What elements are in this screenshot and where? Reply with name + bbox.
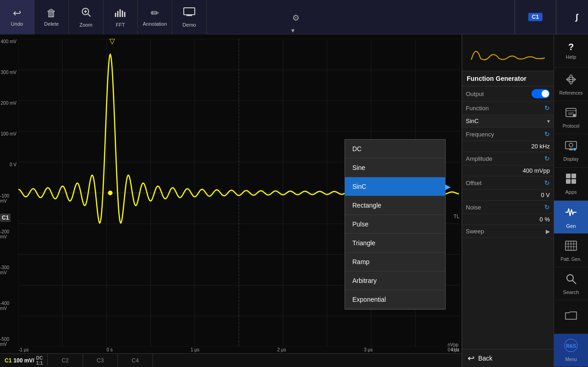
apps-icon (565, 173, 577, 187)
fft-label: FFT (116, 22, 125, 28)
frequency-value-row[interactable]: 20 kHz (462, 141, 554, 152)
sidebar-item-gen[interactable]: Gen (554, 201, 588, 234)
delete-button[interactable]: 🗑 Delete (34, 0, 69, 34)
offset-value: 0 V (541, 192, 550, 198)
ch1-indicator[interactable]: C1 100 mV/ DC1:1 (0, 354, 48, 367)
amplitude-value-row[interactable]: 400 mVpp (462, 165, 554, 176)
sidebar-item-display[interactable]: Display (554, 134, 588, 167)
zoom-label: Zoom (79, 22, 92, 28)
offset-refresh-icon[interactable]: ↻ (544, 179, 550, 186)
amplitude-value: 400 mVpp (523, 167, 550, 174)
ch2-indicator[interactable]: C2 (48, 354, 83, 367)
function-dropdown-arrow: ▾ (547, 118, 550, 124)
output-label: Output (466, 90, 484, 97)
nmvpp-label: nVpp 0 kHz (447, 342, 459, 352)
frequency-refresh-icon[interactable]: ↻ (544, 130, 550, 138)
sidebar-gen-label: Gen (566, 223, 576, 229)
back-icon: ↩ (468, 353, 475, 363)
svg-point-20 (569, 143, 573, 147)
svg-rect-7 (122, 11, 123, 17)
y-label-200mv: 200 mV (1, 101, 17, 106)
sidebar-item-help[interactable]: ? Help (554, 34, 588, 68)
noise-refresh-icon[interactable]: ↻ (544, 203, 550, 211)
settings-gear-icon[interactable]: ⚙ (292, 13, 300, 23)
frequency-row[interactable]: Frequency ↻ (462, 128, 554, 141)
gen-icon (565, 206, 577, 221)
channel-selector[interactable]: C1 (515, 0, 556, 34)
output-toggle[interactable] (531, 89, 550, 98)
noise-value-row[interactable]: 0 % (462, 214, 554, 225)
sidebar-display-label: Display (564, 157, 579, 162)
delete-label: Delete (44, 21, 59, 27)
y-label-0v: 0 V (10, 162, 17, 167)
amplitude-row[interactable]: Amplitude ↻ (462, 152, 554, 165)
sidebar-item-protocol[interactable]: Protocol (554, 101, 588, 134)
svg-rect-23 (566, 174, 571, 178)
noise-row[interactable]: Noise ↻ (462, 201, 554, 214)
undo-button[interactable]: ↩ Undo (0, 0, 34, 34)
svg-rect-26 (571, 179, 576, 184)
svg-rect-24 (571, 174, 576, 178)
ch1-name: C1 (5, 357, 11, 364)
menu-brand-icon: R&S (564, 339, 578, 355)
menu-item-sine[interactable]: Sine (345, 158, 445, 177)
function-generator-panel: Function Generator Output Function ↻ Sin… (462, 34, 554, 367)
menu-item-pulse[interactable]: Pulse (345, 215, 445, 234)
demo-label: Demo (182, 22, 196, 28)
undo-label: Undo (11, 21, 23, 27)
references-icon (565, 73, 577, 89)
function-label: Function (466, 105, 489, 112)
fft-button[interactable]: FFT (103, 0, 138, 34)
function-dropdown-menu: DC Sine SinC ▶ Rectangle Pulse Triangle … (345, 139, 446, 310)
function-refresh-icon[interactable]: ↻ (544, 104, 550, 112)
menu-item-triangle[interactable]: Triangle (345, 234, 445, 253)
y-label-n100mv: -100 mV (0, 193, 17, 203)
zoom-button[interactable]: Zoom (69, 0, 103, 34)
folder-icon (565, 310, 577, 324)
offset-label: Offset (466, 180, 481, 186)
sidebar-item-folder[interactable] (554, 300, 588, 333)
sidebar-protocol-label: Protocol (563, 124, 580, 129)
sidebar-item-search[interactable]: Search (554, 267, 588, 300)
function-row[interactable]: Function ↻ (462, 102, 554, 115)
sweep-label: Sweep (466, 228, 484, 235)
menu-item-exponential[interactable]: Exponential (345, 290, 445, 309)
amplitude-label: Amplitude (466, 155, 492, 162)
svg-point-18 (573, 114, 576, 117)
noise-value: 0 % (540, 216, 550, 223)
y-label-n200mv: -200 mV (0, 229, 17, 239)
menu-item-arbitrary[interactable]: Arbitrary (345, 271, 445, 290)
output-row[interactable]: Output (462, 86, 554, 102)
menu-item-rectangle[interactable]: Rectangle (345, 196, 445, 215)
sidebar-item-patt-gen[interactable]: Patt. Gen. (554, 234, 588, 267)
ch4-indicator[interactable]: C4 (118, 354, 153, 367)
ch3-indicator[interactable]: C3 (83, 354, 118, 367)
oscilloscope-view: 400 mV 300 mV 200 mV 100 mV 0 V -100 mV … (0, 34, 462, 367)
sweep-row[interactable]: Sweep ▶ (462, 225, 554, 238)
mini-waveform-svg (467, 39, 549, 67)
toolbar: ↩ Undo 🗑 Delete Zoom (0, 0, 588, 34)
trigger-type-cell[interactable]: ∫ (556, 0, 588, 34)
sidebar-menu-label: Menu (565, 357, 577, 362)
menu-item-dc[interactable]: DC (345, 140, 445, 158)
y-label-n500mv: -500 mV (0, 337, 17, 347)
toolbar-left: ↩ Undo 🗑 Delete Zoom (0, 0, 207, 34)
sidebar-item-apps[interactable]: Apps (554, 168, 588, 201)
x-label-n1us: -1 μs (18, 347, 28, 352)
amplitude-refresh-icon[interactable]: ↻ (544, 155, 550, 162)
svg-rect-25 (566, 179, 571, 184)
back-button[interactable]: ↩ Back (462, 349, 554, 367)
offset-row[interactable]: Offset ↻ (462, 176, 554, 190)
offset-value-row[interactable]: 0 V (462, 190, 554, 201)
patt-gen-icon (565, 239, 577, 255)
annotation-button[interactable]: ✏ Annotation (138, 0, 172, 34)
menu-item-ramp[interactable]: Ramp (345, 253, 445, 271)
menu-item-sinc[interactable]: SinC ▶ (345, 177, 445, 196)
svg-point-22 (573, 148, 576, 151)
sidebar-item-references[interactable]: References (554, 68, 588, 101)
demo-icon (183, 6, 196, 20)
function-dropdown[interactable]: SinC ▾ (462, 115, 554, 128)
sidebar-item-menu[interactable]: R&S Menu (554, 334, 588, 367)
demo-button[interactable]: Demo (172, 0, 207, 34)
func-gen-title: Function Generator (462, 71, 554, 86)
